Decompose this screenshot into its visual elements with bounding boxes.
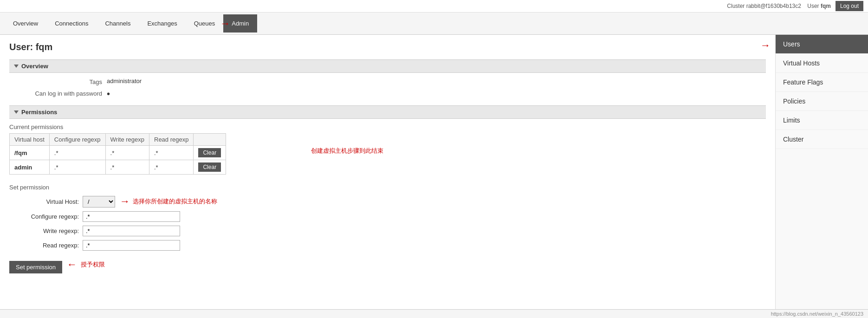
footer-url: https://blog.csdn.net/weixin_n_43560123 <box>771 311 863 317</box>
vhost-cell-admin: admin <box>10 160 50 175</box>
current-permissions-label: Current permissions <box>9 123 766 130</box>
col-vhost: Virtual host <box>10 134 50 146</box>
permissions-header-label: Permissions <box>21 109 57 116</box>
cluster-user: fqm <box>821 3 831 9</box>
login-label: Can log in with password <box>19 89 102 98</box>
nav-tabs: Overview Connections Channels Exchanges … <box>5 14 257 32</box>
permissions-table: Virtual host Configure regexp Write rege… <box>9 133 226 175</box>
tab-exchanges[interactable]: Exchanges <box>139 14 185 32</box>
overview-info: Tags administrator Can log in with passw… <box>19 78 766 98</box>
col-write: Write regexp <box>105 134 149 146</box>
col-configure: Configure regexp <box>49 134 105 146</box>
tags-value: administrator <box>107 78 766 85</box>
triangle-icon <box>14 65 19 68</box>
tab-channels[interactable]: Channels <box>97 14 139 32</box>
write-cell: .* <box>105 146 149 160</box>
configure-row: Configure regexp: <box>14 211 766 222</box>
cluster-info-bar: Cluster rabbit@f1630b4b13c2 User fqm Log… <box>0 0 868 13</box>
sidebar-item-users[interactable]: Users <box>776 35 868 54</box>
set-permission-button[interactable]: Set permission <box>9 261 62 273</box>
set-permission-annotation: 授予权限 <box>81 260 105 269</box>
col-read: Read regexp <box>149 134 194 146</box>
overview-header-label: Overview <box>21 63 48 70</box>
clear-button-admin[interactable]: Clear <box>198 162 221 172</box>
sidebar-limits-label: Limits <box>783 117 800 124</box>
vhost-arrow-icon: → <box>120 195 130 208</box>
sidebar-users-label: Users <box>783 40 800 48</box>
read-row: Read regexp: <box>14 240 766 251</box>
read-cell: .* <box>149 146 194 160</box>
sidebar-policies-label: Policies <box>783 97 805 105</box>
action-cell: Clear <box>194 146 226 160</box>
tab-admin[interactable]: Admin <box>223 14 257 32</box>
vhost-step-end-annotation: 创建虚拟主机步骤到此结束 <box>311 147 383 155</box>
write-cell-admin: .* <box>105 160 149 175</box>
vhost-cell: /fqm <box>10 146 50 160</box>
action-cell-admin: Clear <box>194 160 226 175</box>
configure-cell-admin: .* <box>49 160 105 175</box>
tab-connections[interactable]: Connections <box>46 14 97 32</box>
tab-queues[interactable]: Queues <box>186 14 224 32</box>
configure-cell: .* <box>49 146 105 160</box>
sidebar: → Users Virtual Hosts Feature Flags Poli… <box>775 35 868 318</box>
set-permission-arrow-icon: ← <box>67 259 77 271</box>
read-cell-admin: .* <box>149 160 194 175</box>
clear-button-fqm[interactable]: Clear <box>198 148 221 157</box>
configure-regexp-input[interactable] <box>83 211 180 222</box>
tab-overview[interactable]: Overview <box>5 14 46 32</box>
sidebar-item-limits[interactable]: Limits <box>776 111 868 130</box>
top-navigation: Overview Connections Channels Exchanges … <box>0 13 868 35</box>
logout-button[interactable]: Log out <box>836 1 863 11</box>
sidebar-item-virtual-hosts[interactable]: Virtual Hosts <box>776 54 868 73</box>
table-row: /fqm .* .* .* Clear <box>10 146 226 160</box>
write-row: Write regexp: <box>14 226 766 236</box>
sidebar-item-policies[interactable]: Policies <box>776 92 868 111</box>
sidebar-cluster-label: Cluster <box>783 136 803 143</box>
table-row: admin .* .* .* Clear <box>10 160 226 175</box>
footer-bar: https://blog.csdn.net/weixin_n_43560123 <box>0 309 868 318</box>
set-permission-section: Set permission Virtual Host: / /fqm admi… <box>9 184 766 273</box>
read-regexp-input[interactable] <box>83 240 180 251</box>
permissions-section: Current permissions Virtual host Configu… <box>9 123 766 273</box>
col-action <box>194 134 226 146</box>
vhost-annotation: 选择你所创建的虚拟主机的名称 <box>133 197 217 206</box>
page-title: User: fqm <box>9 42 766 52</box>
set-permission-label: Set permission <box>9 184 766 191</box>
tags-label: Tags <box>19 78 102 85</box>
cluster-name: rabbit@f1630b4b13c2 <box>746 3 801 9</box>
main-layout: User: fqm Overview Tags administrator Ca… <box>0 35 868 318</box>
permissions-triangle-icon <box>14 110 19 114</box>
sidebar-feature-flags-label: Feature Flags <box>783 78 823 86</box>
virtual-host-select[interactable]: / /fqm admin <box>83 196 115 208</box>
sidebar-item-feature-flags[interactable]: Feature Flags <box>776 73 868 92</box>
sidebar-item-cluster[interactable]: Cluster <box>776 130 868 149</box>
users-arrow-icon: → <box>760 39 771 52</box>
set-permission-btn-row: Set permission ← 授予权限 <box>9 255 766 273</box>
login-value: • <box>107 89 766 98</box>
write-regexp-input[interactable] <box>83 226 180 236</box>
virtual-host-row: Virtual Host: / /fqm admin → 选择你所创建的虚拟主机… <box>14 195 766 208</box>
overview-section-header: Overview <box>9 59 766 73</box>
configure-regexp-label: Configure regexp: <box>14 213 79 220</box>
permissions-section-header: Permissions <box>9 105 766 119</box>
sidebar-vhosts-label: Virtual Hosts <box>783 59 820 67</box>
write-regexp-label: Write regexp: <box>14 227 79 234</box>
main-content: User: fqm Overview Tags administrator Ca… <box>0 35 775 318</box>
virtual-host-label: Virtual Host: <box>14 198 79 205</box>
read-regexp-label: Read regexp: <box>14 242 79 249</box>
